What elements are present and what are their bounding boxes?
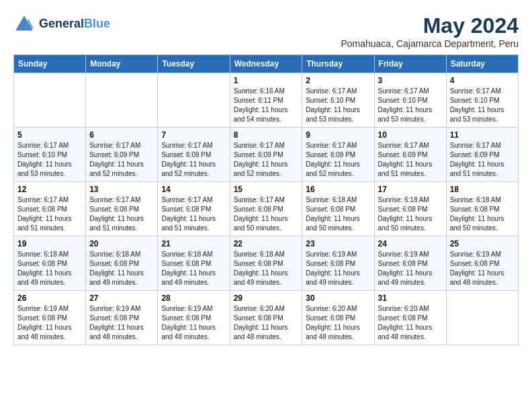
col-header-sunday: Sunday: [14, 55, 86, 73]
calendar-cell: [86, 73, 158, 128]
day-info: Sunrise: 6:17 AM Sunset: 6:08 PM Dayligh…: [234, 195, 299, 233]
day-number: 4: [450, 76, 515, 85]
day-number: 25: [450, 239, 515, 248]
day-info: Sunrise: 6:19 AM Sunset: 6:08 PM Dayligh…: [306, 250, 370, 287]
calendar-cell: 27Sunrise: 6:19 AM Sunset: 6:08 PM Dayli…: [86, 291, 158, 345]
calendar-cell: 29Sunrise: 6:20 AM Sunset: 6:08 PM Dayli…: [230, 291, 302, 345]
day-info: Sunrise: 6:17 AM Sunset: 6:08 PM Dayligh…: [161, 195, 226, 233]
calendar-cell: [158, 73, 230, 128]
day-number: 22: [234, 239, 299, 248]
day-info: Sunrise: 6:19 AM Sunset: 6:08 PM Dayligh…: [161, 304, 226, 342]
calendar-cell: 24Sunrise: 6:19 AM Sunset: 6:08 PM Dayli…: [374, 236, 446, 291]
col-header-tuesday: Tuesday: [158, 55, 230, 73]
page-header: GeneralBlue May 2024 Pomahuaca, Cajamarc…: [13, 13, 519, 49]
day-info: Sunrise: 6:17 AM Sunset: 6:10 PM Dayligh…: [450, 87, 515, 124]
day-number: 29: [234, 293, 299, 303]
calendar-cell: 31Sunrise: 6:20 AM Sunset: 6:08 PM Dayli…: [374, 291, 446, 345]
col-header-friday: Friday: [374, 55, 446, 73]
calendar-cell: 15Sunrise: 6:17 AM Sunset: 6:08 PM Dayli…: [230, 182, 302, 236]
calendar-cell: 19Sunrise: 6:18 AM Sunset: 6:08 PM Dayli…: [14, 236, 86, 291]
calendar-cell: 22Sunrise: 6:18 AM Sunset: 6:08 PM Dayli…: [230, 236, 302, 291]
calendar-week-row: 19Sunrise: 6:18 AM Sunset: 6:08 PM Dayli…: [14, 236, 519, 291]
day-number: 24: [378, 239, 443, 248]
calendar-cell: 21Sunrise: 6:18 AM Sunset: 6:08 PM Dayli…: [158, 236, 230, 291]
day-number: 23: [306, 239, 370, 248]
day-info: Sunrise: 6:17 AM Sunset: 6:09 PM Dayligh…: [161, 141, 226, 179]
day-info: Sunrise: 6:19 AM Sunset: 6:08 PM Dayligh…: [89, 304, 154, 342]
col-header-wednesday: Wednesday: [230, 55, 302, 73]
day-number: 14: [161, 185, 226, 194]
calendar-cell: 5Sunrise: 6:17 AM Sunset: 6:10 PM Daylig…: [14, 128, 86, 182]
day-info: Sunrise: 6:17 AM Sunset: 6:09 PM Dayligh…: [450, 141, 515, 179]
calendar-week-row: 1Sunrise: 6:16 AM Sunset: 6:11 PM Daylig…: [14, 73, 519, 128]
day-number: 6: [89, 130, 154, 140]
col-header-thursday: Thursday: [302, 55, 374, 73]
calendar-cell: 7Sunrise: 6:17 AM Sunset: 6:09 PM Daylig…: [158, 128, 230, 182]
calendar-cell: 1Sunrise: 6:16 AM Sunset: 6:11 PM Daylig…: [230, 73, 302, 128]
day-info: Sunrise: 6:16 AM Sunset: 6:11 PM Dayligh…: [234, 87, 299, 124]
day-info: Sunrise: 6:20 AM Sunset: 6:08 PM Dayligh…: [378, 304, 443, 342]
calendar-cell: 16Sunrise: 6:18 AM Sunset: 6:08 PM Dayli…: [302, 182, 374, 236]
title-block: May 2024 Pomahuaca, Cajamarca Department…: [341, 13, 519, 49]
logo-icon: [13, 13, 35, 35]
day-number: 12: [17, 185, 82, 194]
location-subtitle: Pomahuaca, Cajamarca Department, Peru: [341, 38, 519, 49]
day-info: Sunrise: 6:19 AM Sunset: 6:08 PM Dayligh…: [450, 250, 515, 287]
month-title: May 2024: [341, 13, 519, 38]
calendar-cell: 2Sunrise: 6:17 AM Sunset: 6:10 PM Daylig…: [302, 73, 374, 128]
day-info: Sunrise: 6:18 AM Sunset: 6:08 PM Dayligh…: [378, 195, 443, 233]
calendar-cell: 12Sunrise: 6:17 AM Sunset: 6:08 PM Dayli…: [14, 182, 86, 236]
calendar-cell: 25Sunrise: 6:19 AM Sunset: 6:08 PM Dayli…: [446, 236, 518, 291]
calendar-cell: 6Sunrise: 6:17 AM Sunset: 6:09 PM Daylig…: [86, 128, 158, 182]
day-number: 13: [89, 185, 154, 194]
day-number: 27: [89, 293, 154, 303]
day-number: 28: [161, 293, 226, 303]
day-info: Sunrise: 6:17 AM Sunset: 6:10 PM Dayligh…: [17, 141, 82, 179]
day-number: 19: [17, 239, 82, 248]
day-info: Sunrise: 6:17 AM Sunset: 6:10 PM Dayligh…: [378, 87, 443, 124]
day-number: 7: [161, 130, 226, 140]
calendar-cell: [14, 73, 86, 128]
calendar-cell: 14Sunrise: 6:17 AM Sunset: 6:08 PM Dayli…: [158, 182, 230, 236]
day-info: Sunrise: 6:19 AM Sunset: 6:08 PM Dayligh…: [17, 304, 82, 342]
day-info: Sunrise: 6:17 AM Sunset: 6:09 PM Dayligh…: [234, 141, 299, 179]
logo: GeneralBlue: [13, 13, 110, 35]
day-number: 3: [378, 76, 443, 85]
day-info: Sunrise: 6:18 AM Sunset: 6:08 PM Dayligh…: [234, 250, 299, 287]
day-info: Sunrise: 6:18 AM Sunset: 6:08 PM Dayligh…: [450, 195, 515, 233]
calendar-cell: 18Sunrise: 6:18 AM Sunset: 6:08 PM Dayli…: [446, 182, 518, 236]
day-number: 11: [450, 130, 515, 140]
logo-text: GeneralBlue: [39, 17, 110, 32]
calendar-cell: 8Sunrise: 6:17 AM Sunset: 6:09 PM Daylig…: [230, 128, 302, 182]
day-number: 31: [378, 293, 443, 303]
day-number: 1: [234, 76, 299, 85]
day-number: 16: [306, 185, 370, 194]
calendar-header-row: SundayMondayTuesdayWednesdayThursdayFrid…: [14, 55, 519, 73]
day-number: 20: [89, 239, 154, 248]
day-info: Sunrise: 6:17 AM Sunset: 6:09 PM Dayligh…: [89, 141, 154, 179]
day-number: 30: [306, 293, 370, 303]
day-info: Sunrise: 6:17 AM Sunset: 6:09 PM Dayligh…: [378, 141, 443, 179]
day-info: Sunrise: 6:20 AM Sunset: 6:08 PM Dayligh…: [234, 304, 299, 342]
calendar-cell: 13Sunrise: 6:17 AM Sunset: 6:08 PM Dayli…: [86, 182, 158, 236]
calendar-cell: [446, 291, 518, 345]
calendar-cell: 11Sunrise: 6:17 AM Sunset: 6:09 PM Dayli…: [446, 128, 518, 182]
day-info: Sunrise: 6:18 AM Sunset: 6:08 PM Dayligh…: [161, 250, 226, 287]
calendar-cell: 28Sunrise: 6:19 AM Sunset: 6:08 PM Dayli…: [158, 291, 230, 345]
day-number: 17: [378, 185, 443, 194]
calendar-cell: 9Sunrise: 6:17 AM Sunset: 6:09 PM Daylig…: [302, 128, 374, 182]
day-number: 15: [234, 185, 299, 194]
day-info: Sunrise: 6:18 AM Sunset: 6:08 PM Dayligh…: [306, 195, 370, 233]
calendar-cell: 17Sunrise: 6:18 AM Sunset: 6:08 PM Dayli…: [374, 182, 446, 236]
calendar-cell: 4Sunrise: 6:17 AM Sunset: 6:10 PM Daylig…: [446, 73, 518, 128]
day-number: 18: [450, 185, 515, 194]
calendar-week-row: 12Sunrise: 6:17 AM Sunset: 6:08 PM Dayli…: [14, 182, 519, 236]
day-info: Sunrise: 6:17 AM Sunset: 6:10 PM Dayligh…: [306, 87, 370, 124]
day-number: 21: [161, 239, 226, 248]
calendar-cell: 30Sunrise: 6:20 AM Sunset: 6:08 PM Dayli…: [302, 291, 374, 345]
day-number: 2: [306, 76, 370, 85]
day-info: Sunrise: 6:17 AM Sunset: 6:08 PM Dayligh…: [89, 195, 154, 233]
calendar-cell: 20Sunrise: 6:18 AM Sunset: 6:08 PM Dayli…: [86, 236, 158, 291]
day-info: Sunrise: 6:20 AM Sunset: 6:08 PM Dayligh…: [306, 304, 370, 342]
day-info: Sunrise: 6:17 AM Sunset: 6:09 PM Dayligh…: [306, 141, 370, 179]
